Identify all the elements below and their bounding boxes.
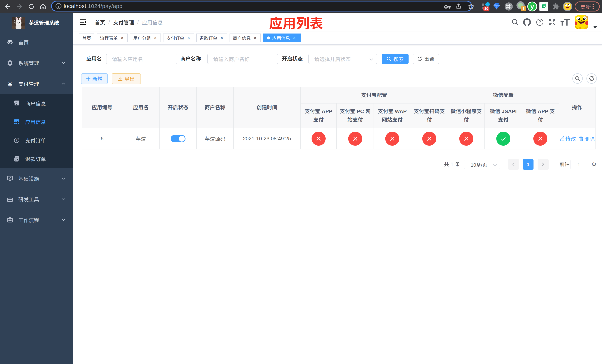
- svg-text:10: 10: [484, 7, 488, 11]
- svg-text:¥: ¥: [16, 138, 18, 142]
- svg-text:y: y: [531, 3, 534, 10]
- svg-text:1: 1: [522, 7, 525, 11]
